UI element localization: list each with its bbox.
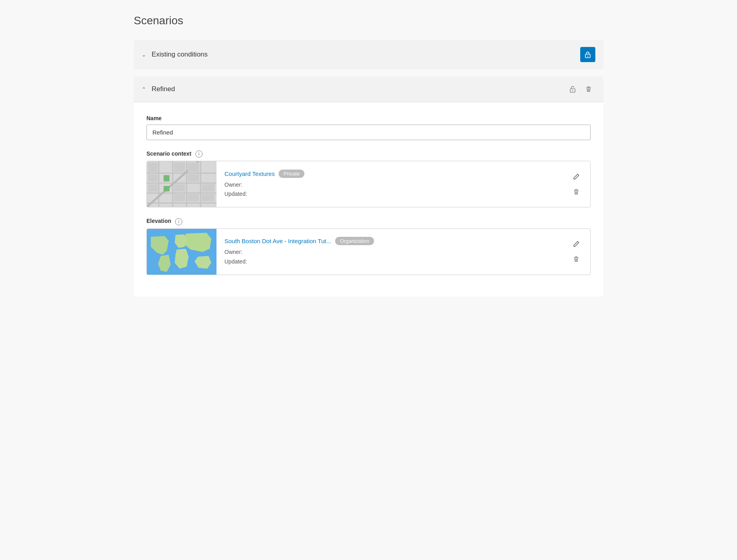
elevation-card: South Boston Dot Ave - Integration Tut..… (146, 228, 591, 275)
elevation-card-delete-button[interactable] (569, 254, 583, 265)
context-card-badge: Private (279, 170, 304, 178)
chevron-down-icon: ⌄ (142, 52, 146, 58)
svg-rect-21 (188, 174, 199, 181)
elevation-card-link[interactable]: South Boston Dot Ave - Integration Tut..… (224, 238, 331, 244)
page-container: Scenarios ⌄ Existing conditions ⌃ Refine… (118, 0, 619, 318)
elevation-card-info: South Boston Dot Ave - Integration Tut..… (216, 230, 562, 273)
scenario-context-card: Courtyard Textures Private Owner: Update… (146, 161, 591, 207)
existing-conditions-lock-button[interactable] (580, 47, 595, 62)
scenario-context-info-icon: i (195, 150, 203, 158)
section-existing-conditions-header[interactable]: ⌄ Existing conditions (134, 40, 603, 69)
elevation-card-meta: Owner: Updated: (224, 248, 554, 267)
context-card-meta: Owner: Updated: (224, 180, 554, 199)
elevation-card-badge: Organization (335, 237, 374, 245)
svg-rect-16 (148, 162, 158, 172)
elevation-card-thumbnail (147, 229, 216, 275)
svg-rect-15 (164, 186, 170, 191)
svg-rect-18 (188, 162, 199, 172)
section-refined: ⌃ Refined Name (134, 76, 603, 297)
context-card-thumbnail (147, 161, 216, 207)
elevation-label: Elevation i (146, 218, 591, 225)
svg-rect-24 (174, 194, 185, 201)
svg-rect-20 (174, 184, 185, 191)
svg-point-3 (572, 90, 573, 92)
elevation-card-owner: Owner: (224, 248, 554, 257)
section-existing-conditions: ⌄ Existing conditions (134, 40, 603, 69)
refined-title: Refined (152, 85, 566, 93)
context-card-link[interactable]: Courtyard Textures (224, 170, 275, 177)
context-card-edit-button[interactable] (569, 171, 583, 182)
svg-rect-17 (174, 162, 185, 172)
context-card-owner: Owner: (224, 180, 554, 190)
refined-body: Name Scenario context i (134, 102, 603, 297)
refined-delete-button[interactable] (582, 84, 595, 95)
name-input[interactable] (146, 125, 591, 140)
section-refined-header[interactable]: ⌃ Refined (134, 76, 603, 102)
existing-conditions-title: Existing conditions (152, 51, 580, 59)
svg-rect-23 (148, 184, 158, 191)
refined-lock-button[interactable] (566, 84, 579, 95)
svg-rect-14 (164, 175, 170, 181)
context-card-delete-button[interactable] (569, 186, 583, 197)
elevation-card-edit-button[interactable] (569, 238, 583, 250)
svg-rect-22 (202, 184, 214, 191)
elevation-card-title-row: South Boston Dot Ave - Integration Tut..… (224, 237, 554, 245)
elevation-card-actions (562, 238, 590, 265)
svg-point-1 (587, 56, 589, 57)
svg-rect-19 (148, 174, 158, 181)
name-label: Name (146, 115, 591, 121)
scenario-context-label: Scenario context i (146, 150, 591, 158)
context-card-updated: Updated: (224, 189, 554, 199)
context-card-actions (562, 171, 590, 197)
svg-rect-26 (202, 194, 214, 201)
svg-rect-25 (188, 194, 199, 201)
refined-actions (566, 84, 595, 95)
existing-conditions-actions (580, 47, 595, 62)
chevron-up-icon: ⌃ (142, 86, 146, 92)
context-card-info: Courtyard Textures Private Owner: Update… (216, 163, 562, 206)
elevation-info-icon: i (175, 218, 182, 225)
elevation-card-updated: Updated: (224, 257, 554, 267)
context-card-title-row: Courtyard Textures Private (224, 170, 554, 178)
page-title: Scenarios (134, 14, 603, 27)
